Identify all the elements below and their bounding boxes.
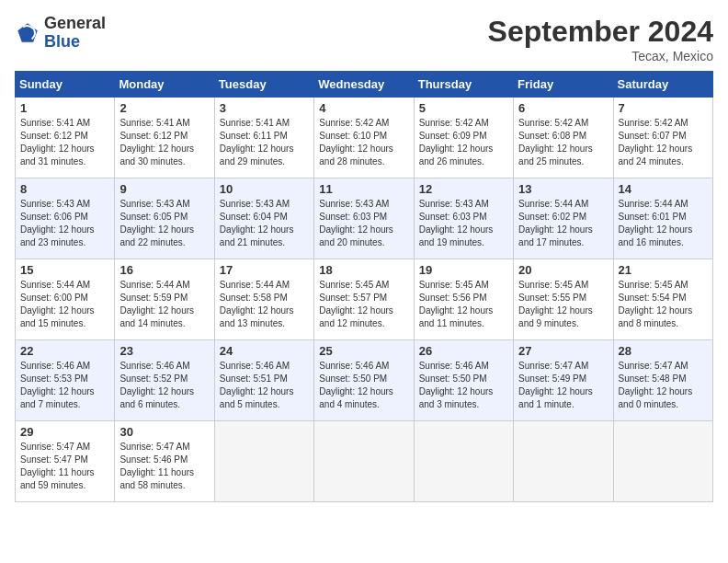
calendar-day-cell	[514, 421, 613, 502]
calendar-day-cell: 3Sunrise: 5:41 AMSunset: 6:11 PMDaylight…	[214, 98, 313, 178]
day-info: Sunrise: 5:47 AMSunset: 5:46 PMDaylight:…	[119, 441, 209, 492]
day-number: 21	[619, 263, 708, 277]
day-number: 1	[20, 101, 109, 115]
day-number: 18	[319, 263, 408, 277]
day-info: Sunrise: 5:47 AMSunset: 5:49 PMDaylight:…	[518, 360, 608, 411]
calendar-day-cell: 25Sunrise: 5:46 AMSunset: 5:50 PMDayligh…	[314, 340, 414, 421]
day-info: Sunrise: 5:46 AMSunset: 5:50 PMDaylight:…	[419, 360, 508, 411]
day-number: 16	[119, 263, 209, 277]
col-saturday: Saturday	[613, 72, 712, 98]
calendar-week-row: 29Sunrise: 5:47 AMSunset: 5:47 PMDayligh…	[16, 421, 713, 502]
col-tuesday: Tuesday	[214, 72, 313, 98]
calendar-day-cell: 28Sunrise: 5:47 AMSunset: 5:48 PMDayligh…	[613, 340, 712, 421]
logo-icon	[15, 20, 40, 46]
day-number: 7	[619, 101, 708, 115]
logo-text: General Blue	[44, 15, 106, 52]
calendar-day-cell: 10Sunrise: 5:43 AMSunset: 6:04 PMDayligh…	[214, 178, 313, 259]
day-number: 23	[119, 344, 209, 358]
day-info: Sunrise: 5:45 AMSunset: 5:54 PMDaylight:…	[619, 279, 708, 330]
calendar-table: Sunday Monday Tuesday Wednesday Thursday…	[15, 71, 713, 502]
calendar-day-cell: 9Sunrise: 5:43 AMSunset: 6:05 PMDaylight…	[115, 178, 214, 259]
day-info: Sunrise: 5:41 AMSunset: 6:12 PMDaylight:…	[119, 117, 209, 168]
day-number: 4	[319, 101, 408, 115]
day-info: Sunrise: 5:42 AMSunset: 6:10 PMDaylight:…	[319, 117, 408, 168]
col-thursday: Thursday	[414, 72, 513, 98]
col-monday: Monday	[115, 72, 214, 98]
calendar-day-cell: 12Sunrise: 5:43 AMSunset: 6:03 PMDayligh…	[414, 178, 513, 259]
calendar-day-cell: 23Sunrise: 5:46 AMSunset: 5:52 PMDayligh…	[115, 340, 214, 421]
day-number: 10	[220, 182, 309, 196]
day-number: 15	[20, 263, 109, 277]
day-info: Sunrise: 5:43 AMSunset: 6:05 PMDaylight:…	[119, 198, 209, 249]
day-info: Sunrise: 5:44 AMSunset: 5:58 PMDaylight:…	[220, 279, 309, 330]
day-number: 25	[319, 344, 408, 358]
day-number: 28	[619, 344, 708, 358]
day-info: Sunrise: 5:46 AMSunset: 5:53 PMDaylight:…	[20, 360, 109, 411]
day-number: 5	[419, 101, 508, 115]
calendar-day-cell: 8Sunrise: 5:43 AMSunset: 6:06 PMDaylight…	[16, 178, 115, 259]
day-info: Sunrise: 5:43 AMSunset: 6:03 PMDaylight:…	[319, 198, 408, 249]
col-friday: Friday	[514, 72, 613, 98]
calendar-day-cell: 29Sunrise: 5:47 AMSunset: 5:47 PMDayligh…	[16, 421, 115, 502]
calendar-day-cell: 24Sunrise: 5:46 AMSunset: 5:51 PMDayligh…	[214, 340, 313, 421]
day-number: 20	[518, 263, 608, 277]
day-info: Sunrise: 5:46 AMSunset: 5:50 PMDaylight:…	[319, 360, 408, 411]
day-info: Sunrise: 5:44 AMSunset: 6:00 PMDaylight:…	[20, 279, 109, 330]
calendar-day-cell	[613, 421, 712, 502]
calendar-day-cell: 21Sunrise: 5:45 AMSunset: 5:54 PMDayligh…	[613, 259, 712, 340]
calendar-day-cell: 2Sunrise: 5:41 AMSunset: 6:12 PMDaylight…	[115, 98, 214, 178]
day-info: Sunrise: 5:44 AMSunset: 6:02 PMDaylight:…	[518, 198, 608, 249]
calendar-day-cell: 17Sunrise: 5:44 AMSunset: 5:58 PMDayligh…	[214, 259, 313, 340]
calendar-week-row: 8Sunrise: 5:43 AMSunset: 6:06 PMDaylight…	[16, 178, 713, 259]
calendar-day-cell: 1Sunrise: 5:41 AMSunset: 6:12 PMDaylight…	[16, 98, 115, 178]
title-block: September 2024 Tecax, Mexico	[488, 15, 713, 63]
col-sunday: Sunday	[16, 72, 115, 98]
col-wednesday: Wednesday	[314, 72, 414, 98]
page-header: General Blue September 2024 Tecax, Mexic…	[15, 15, 713, 63]
day-info: Sunrise: 5:44 AMSunset: 5:59 PMDaylight:…	[119, 279, 209, 330]
day-number: 13	[518, 182, 608, 196]
calendar-day-cell: 11Sunrise: 5:43 AMSunset: 6:03 PMDayligh…	[314, 178, 414, 259]
day-info: Sunrise: 5:45 AMSunset: 5:55 PMDaylight:…	[518, 279, 608, 330]
calendar-day-cell: 16Sunrise: 5:44 AMSunset: 5:59 PMDayligh…	[115, 259, 214, 340]
location: Tecax, Mexico	[488, 49, 713, 63]
day-info: Sunrise: 5:45 AMSunset: 5:57 PMDaylight:…	[319, 279, 408, 330]
day-number: 2	[119, 101, 209, 115]
calendar-day-cell: 6Sunrise: 5:42 AMSunset: 6:08 PMDaylight…	[514, 98, 613, 178]
logo: General Blue	[15, 15, 106, 52]
calendar-week-row: 22Sunrise: 5:46 AMSunset: 5:53 PMDayligh…	[16, 340, 713, 421]
calendar-day-cell: 26Sunrise: 5:46 AMSunset: 5:50 PMDayligh…	[414, 340, 513, 421]
calendar-day-cell: 27Sunrise: 5:47 AMSunset: 5:49 PMDayligh…	[514, 340, 613, 421]
day-number: 29	[20, 425, 109, 439]
calendar-header-row: Sunday Monday Tuesday Wednesday Thursday…	[16, 72, 713, 98]
day-info: Sunrise: 5:47 AMSunset: 5:48 PMDaylight:…	[619, 360, 708, 411]
day-info: Sunrise: 5:43 AMSunset: 6:03 PMDaylight:…	[419, 198, 508, 249]
calendar-day-cell: 13Sunrise: 5:44 AMSunset: 6:02 PMDayligh…	[514, 178, 613, 259]
day-number: 14	[619, 182, 708, 196]
day-number: 22	[20, 344, 109, 358]
calendar-day-cell	[214, 421, 313, 502]
day-number: 24	[220, 344, 309, 358]
day-info: Sunrise: 5:42 AMSunset: 6:08 PMDaylight:…	[518, 117, 608, 168]
calendar-day-cell: 30Sunrise: 5:47 AMSunset: 5:46 PMDayligh…	[115, 421, 214, 502]
calendar-week-row: 1Sunrise: 5:41 AMSunset: 6:12 PMDaylight…	[16, 98, 713, 178]
month-title: September 2024	[488, 15, 713, 49]
day-info: Sunrise: 5:46 AMSunset: 5:52 PMDaylight:…	[119, 360, 209, 411]
day-number: 9	[119, 182, 209, 196]
day-info: Sunrise: 5:47 AMSunset: 5:47 PMDaylight:…	[20, 441, 109, 492]
calendar-day-cell: 14Sunrise: 5:44 AMSunset: 6:01 PMDayligh…	[613, 178, 712, 259]
day-info: Sunrise: 5:43 AMSunset: 6:06 PMDaylight:…	[20, 198, 109, 249]
day-info: Sunrise: 5:44 AMSunset: 6:01 PMDaylight:…	[619, 198, 708, 249]
day-number: 6	[518, 101, 608, 115]
day-number: 19	[419, 263, 508, 277]
calendar-day-cell: 5Sunrise: 5:42 AMSunset: 6:09 PMDaylight…	[414, 98, 513, 178]
day-number: 3	[220, 101, 309, 115]
calendar-day-cell: 22Sunrise: 5:46 AMSunset: 5:53 PMDayligh…	[16, 340, 115, 421]
day-info: Sunrise: 5:42 AMSunset: 6:09 PMDaylight:…	[419, 117, 508, 168]
day-number: 17	[220, 263, 309, 277]
day-info: Sunrise: 5:45 AMSunset: 5:56 PMDaylight:…	[419, 279, 508, 330]
day-info: Sunrise: 5:41 AMSunset: 6:12 PMDaylight:…	[20, 117, 109, 168]
day-number: 27	[518, 344, 608, 358]
day-number: 12	[419, 182, 508, 196]
calendar-day-cell: 19Sunrise: 5:45 AMSunset: 5:56 PMDayligh…	[414, 259, 513, 340]
